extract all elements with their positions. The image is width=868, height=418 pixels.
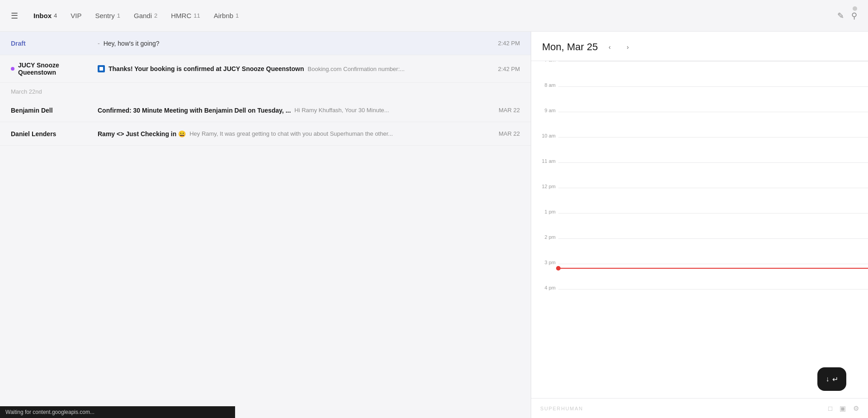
compose-icon[interactable]: ✎ <box>837 11 844 21</box>
tab-airbnb[interactable]: Airbnb 1 <box>208 9 245 22</box>
nav-tabs: Inbox 4 VIP Sentry 1 Gandi 2 HMRC 11 Air… <box>27 9 837 22</box>
calendar-icon[interactable]: ▣ <box>840 404 846 413</box>
time-label: 4 pm <box>533 285 556 290</box>
fab-reply-icon: ↵ <box>832 375 838 384</box>
calendar-panel: Mon, Mar 25 ‹ › 7 am 8 am 9 am 10 am 11 … <box>531 32 868 418</box>
tab-inbox-label: Inbox <box>33 12 52 19</box>
time-slot-2pm: 2 pm <box>558 238 868 264</box>
email-sender: Daniel Lenders <box>11 130 92 138</box>
header-actions: ✎ ⚲ <box>837 11 857 21</box>
tab-inbox-count: 4 <box>54 12 57 19</box>
tab-gandi-label: Gandi <box>134 12 152 19</box>
calendar-footer: SUPERHUMAN □ ▣ ⚙ <box>531 398 868 418</box>
tab-vip[interactable]: VIP <box>64 9 88 22</box>
time-slot-8am: 8 am <box>558 86 868 112</box>
email-sender: JUCY Snooze Queenstown <box>11 62 92 76</box>
status-text: Waiting for content.googleapis.com... <box>5 409 94 415</box>
email-list: Draft - Hey, how's it going? 2:42 PM JUC… <box>0 32 531 418</box>
time-slot-10am: 10 am <box>558 137 868 162</box>
email-time: 2:42 PM <box>493 66 520 72</box>
email-subject-col: Thanks! Your booking is confirmed at JUC… <box>98 65 487 72</box>
tab-airbnb-count: 1 <box>236 12 239 19</box>
status-bar: Waiting for content.googleapis.com... <box>0 406 235 418</box>
calendar-header: Mon, Mar 25 ‹ › <box>531 32 868 61</box>
time-slot-1pm: 1 pm <box>558 213 868 238</box>
email-sender: Draft <box>11 40 92 47</box>
email-subject: Ramy <> Just Checking in 😀 <box>98 130 186 138</box>
email-preview: Hey Ramy, It was great getting to chat w… <box>189 130 393 137</box>
search-icon[interactable]: ⚲ <box>851 11 857 21</box>
email-preview: Booking.com Confirmation number:... <box>308 66 405 72</box>
calendar-next-button[interactable]: › <box>622 41 634 53</box>
compose-fab-button[interactable]: ↓ ↵ <box>817 367 846 391</box>
time-label: 3 pm <box>533 260 556 265</box>
email-subject: Thanks! Your booking is confirmed at JUC… <box>108 65 304 72</box>
dash-separator: - <box>98 40 100 47</box>
tab-sentry[interactable]: Sentry 1 <box>89 9 127 22</box>
settings-icon[interactable]: ⚙ <box>853 404 859 413</box>
email-row[interactable]: JUCY Snooze Queenstown Thanks! Your book… <box>0 55 531 83</box>
status-indicator <box>853 6 857 11</box>
hamburger-icon[interactable]: ☰ <box>11 11 18 21</box>
email-row[interactable]: Daniel Lenders Ramy <> Just Checking in … <box>0 122 531 146</box>
time-label: 10 am <box>533 133 556 138</box>
time-label: 12 pm <box>533 184 556 189</box>
calendar-prev-button[interactable]: ‹ <box>604 41 616 53</box>
app-header: ☰ Inbox 4 VIP Sentry 1 Gandi 2 HMRC 11 A… <box>0 0 868 32</box>
current-time-dot <box>556 266 561 271</box>
tab-hmrc[interactable]: HMRC 11 <box>165 9 206 22</box>
time-slot-12pm: 12 pm <box>558 188 868 213</box>
time-slot-9am: 9 am <box>558 112 868 137</box>
tab-sentry-label: Sentry <box>95 12 114 19</box>
time-label: 2 pm <box>533 234 556 240</box>
tab-vip-label: VIP <box>71 12 81 19</box>
email-preview: Hi Ramy Khuffash, Your 30 Minute... <box>294 107 389 114</box>
calendar-title: Mon, Mar 25 <box>542 41 598 53</box>
email-row[interactable]: Draft - Hey, how's it going? 2:42 PM <box>0 32 531 55</box>
time-slot-4pm: 4 pm <box>558 289 868 314</box>
time-label: 9 am <box>533 108 556 113</box>
booking-icon <box>98 65 105 72</box>
chat-icon[interactable]: □ <box>828 404 832 412</box>
current-time-indicator <box>558 268 868 269</box>
email-time: 2:42 PM <box>493 40 520 47</box>
main-content: Draft - Hey, how's it going? 2:42 PM JUC… <box>0 32 868 418</box>
calendar-body[interactable]: 7 am 8 am 9 am 10 am 11 am 12 pm 1 pm 2 … <box>531 61 868 398</box>
tab-gandi[interactable]: Gandi 2 <box>127 9 164 22</box>
email-subject-col: Confirmed: 30 Minute Meeting with Benjam… <box>98 107 487 114</box>
time-slot-11am: 11 am <box>558 162 868 188</box>
tab-gandi-count: 2 <box>154 12 157 19</box>
brand-label: SUPERHUMAN <box>540 406 583 411</box>
time-slot-7am: 7 am <box>558 61 868 86</box>
time-label: 1 pm <box>533 209 556 214</box>
tab-airbnb-label: Airbnb <box>214 12 233 19</box>
footer-icons: □ ▣ ⚙ <box>828 404 859 413</box>
tab-hmrc-count: 11 <box>193 12 200 19</box>
fab-download-icon: ↓ <box>826 375 830 383</box>
email-subject-col: - Hey, how's it going? <box>98 40 487 47</box>
email-sender: Benjamin Dell <box>11 107 92 114</box>
time-label: 7 am <box>533 61 556 62</box>
date-separator: March 22nd <box>0 83 531 99</box>
email-subject: Confirmed: 30 Minute Meeting with Benjam… <box>98 107 291 114</box>
email-time: MAR 22 <box>493 107 520 114</box>
time-slot-3pm: 3 pm <box>558 264 868 289</box>
email-row[interactable]: Benjamin Dell Confirmed: 30 Minute Meeti… <box>0 99 531 122</box>
tab-inbox[interactable]: Inbox 4 <box>27 9 63 22</box>
tab-sentry-count: 1 <box>117 12 120 19</box>
email-subject: Hey, how's it going? <box>104 40 160 47</box>
unread-dot <box>11 67 14 71</box>
email-time: MAR 22 <box>493 130 520 137</box>
email-subject-col: Ramy <> Just Checking in 😀 Hey Ramy, It … <box>98 130 487 138</box>
tab-hmrc-label: HMRC <box>171 12 191 19</box>
time-label: 8 am <box>533 82 556 88</box>
time-label: 11 am <box>533 158 556 164</box>
